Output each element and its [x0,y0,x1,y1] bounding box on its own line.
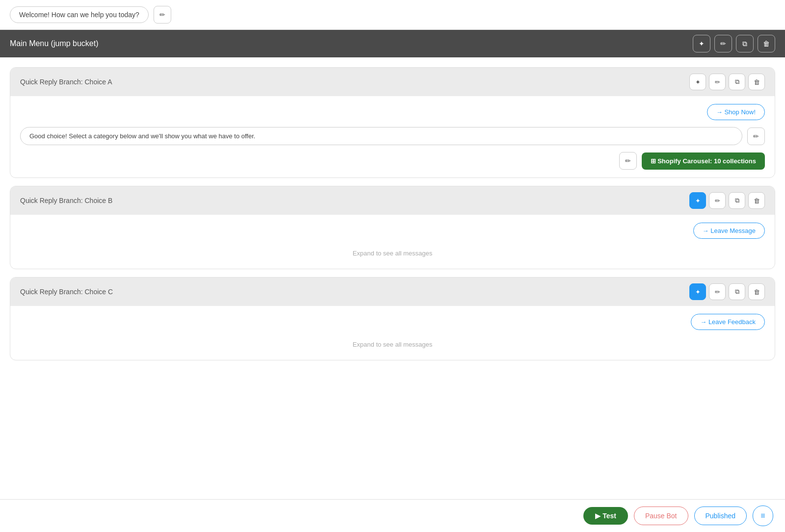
branch-a-edit-button[interactable]: ✏ [709,74,726,90]
branch-header-choice-c: Quick Reply Branch: Choice C ✦ ✏ ⧉ 🗑 [10,278,775,306]
menu-button[interactable]: ≡ [753,506,773,526]
choice-c-action-row: → Leave Feedback [20,314,765,330]
choice-a-message-edit-button[interactable]: ✏ [747,127,765,145]
topbar-edit-button[interactable]: ✏ [154,6,171,24]
published-button[interactable]: Published [694,507,747,525]
pause-bot-button[interactable]: Pause Bot [634,507,688,525]
header-pin-button[interactable]: ✦ [693,35,710,52]
shopify-row: ✏ ⊞ Shopify Carousel: 10 collections [20,152,765,170]
branch-card-choice-a: Quick Reply Branch: Choice A ✦ ✏ ⧉ 🗑 → S… [10,67,775,178]
header-actions: ✦ ✏ ⧉ 🗑 [693,35,775,52]
branch-a-pin-button[interactable]: ✦ [689,74,706,90]
branch-card-choice-c: Quick Reply Branch: Choice C ✦ ✏ ⧉ 🗑 → L… [10,277,775,360]
choice-a-message-bubble: Good choice! Select a category below and… [20,127,742,145]
bottom-toolbar: ▶ Test Pause Bot Published ≡ [0,499,785,532]
branch-header-choice-a: Quick Reply Branch: Choice A ✦ ✏ ⧉ 🗑 [10,68,775,96]
branch-body-choice-a: → Shop Now! Good choice! Select a catego… [10,96,775,177]
branch-header-choice-b: Quick Reply Branch: Choice B ✦ ✏ ⧉ 🗑 [10,186,775,215]
shop-now-button[interactable]: → Shop Now! [707,104,765,120]
branch-title-choice-a: Quick Reply Branch: Choice A [20,78,112,86]
branch-title-choice-b: Quick Reply Branch: Choice B [20,197,112,204]
branch-card-choice-b: Quick Reply Branch: Choice B ✦ ✏ ⧉ 🗑 → L… [10,186,775,269]
branch-actions-choice-c: ✦ ✏ ⧉ 🗑 [689,283,765,300]
branch-title-choice-c: Quick Reply Branch: Choice C [20,288,113,296]
branch-c-copy-button[interactable]: ⧉ [729,283,745,300]
branch-body-choice-b: → Leave Message Expand to see all messag… [10,215,775,269]
choice-a-message-row: Good choice! Select a category below and… [20,127,765,145]
branch-a-delete-button[interactable]: 🗑 [748,74,765,90]
branch-b-copy-button[interactable]: ⧉ [729,192,745,209]
branch-b-delete-button[interactable]: 🗑 [748,192,765,209]
branch-actions-choice-a: ✦ ✏ ⧉ 🗑 [689,74,765,90]
branch-body-choice-c: → Leave Feedback Expand to see all messa… [10,306,775,360]
main-header-title: Main Menu (jump bucket) [10,39,99,48]
choice-b-expand[interactable]: Expand to see all messages [20,246,765,261]
welcome-message: Welcome! How can we help you today? [10,6,149,23]
choice-b-action-row: → Leave Message [20,223,765,239]
branch-b-pin-button[interactable]: ✦ [689,192,706,209]
shopify-carousel-button[interactable]: ⊞ Shopify Carousel: 10 collections [642,152,765,170]
branch-c-delete-button[interactable]: 🗑 [748,283,765,300]
choice-a-action-row: → Shop Now! [20,104,765,120]
leave-message-button[interactable]: → Leave Message [693,223,765,239]
branch-a-copy-button[interactable]: ⧉ [729,74,745,90]
header-copy-button[interactable]: ⧉ [736,35,754,52]
branch-c-pin-button[interactable]: ✦ [689,283,706,300]
branch-actions-choice-b: ✦ ✏ ⧉ 🗑 [689,192,765,209]
main-header: Main Menu (jump bucket) ✦ ✏ ⧉ 🗑 [0,30,785,57]
header-delete-button[interactable]: 🗑 [758,35,775,52]
content-area: Quick Reply Branch: Choice A ✦ ✏ ⧉ 🗑 → S… [0,57,785,499]
leave-feedback-button[interactable]: → Leave Feedback [691,314,765,330]
top-bar: Welcome! How can we help you today? ✏ [0,0,785,30]
test-button[interactable]: ▶ Test [583,507,628,525]
shopify-edit-button[interactable]: ✏ [619,152,637,170]
choice-c-expand[interactable]: Expand to see all messages [20,337,765,352]
branch-c-edit-button[interactable]: ✏ [709,283,726,300]
branch-b-edit-button[interactable]: ✏ [709,192,726,209]
header-edit-button[interactable]: ✏ [714,35,732,52]
